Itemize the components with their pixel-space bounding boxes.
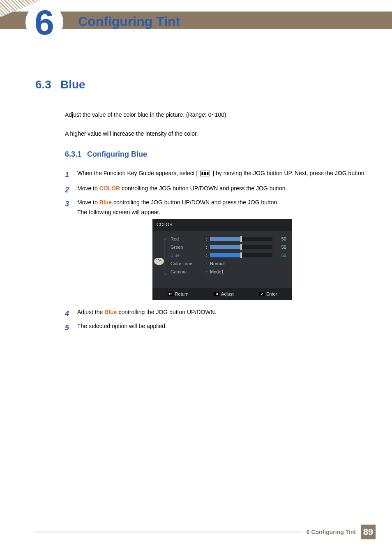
osd-slider-fill	[210, 245, 241, 249]
osd-row-text: Normal	[210, 260, 224, 268]
osd-row: Blue:50	[171, 251, 286, 259]
osd-rows: Red:50Green:50Blue:50Color Tone:NormalGa…	[171, 235, 286, 280]
osd-slider-fill	[210, 237, 241, 241]
step-2-keyword: COLOR	[99, 185, 120, 192]
step-4-text-a: Adjust the	[77, 309, 104, 315]
menu-icon	[200, 170, 210, 180]
chapter-number-badge: 6	[25, 3, 63, 41]
return-icon	[168, 292, 173, 296]
osd-row-value: 50	[276, 235, 286, 243]
step-2: Move to COLOR controlling the JOG button…	[65, 184, 367, 194]
section-number: 6.3	[35, 78, 51, 91]
footer-rule	[35, 532, 302, 532]
svg-marker-7	[216, 294, 217, 296]
palette-icon	[154, 258, 164, 265]
osd-slider	[210, 253, 272, 257]
step-2-text-b: controlling the JOG button UP/DOWN and p…	[120, 185, 287, 192]
step-5-text: The selected option will be applied.	[77, 323, 167, 329]
svg-marker-6	[216, 292, 217, 294]
osd-row: Gamma:Mode1	[171, 268, 286, 276]
osd-row-value: 50	[276, 252, 286, 259]
osd-row: Green:50	[171, 243, 286, 251]
osd-row-colon: :	[206, 260, 210, 268]
page-footer: 6 Configuring Tint 89	[35, 525, 376, 539]
step-3-text-a: Move to	[77, 199, 99, 206]
step-1-text-b: by moving the JOG button UP. Next, press…	[216, 170, 366, 176]
step-4-text-b: controlling the JOG button UP/DOWN.	[117, 309, 217, 315]
osd-slider	[210, 245, 272, 249]
osd-row-colon: :	[206, 243, 210, 251]
page-number: 89	[361, 525, 376, 539]
osd-slider-thumb	[240, 252, 242, 258]
osd-row-label: Gamma	[171, 268, 206, 276]
enter-icon	[259, 292, 265, 296]
chapter-title: Configuring Tint	[78, 14, 180, 29]
osd-row-colon: :	[206, 268, 210, 276]
osd-row: Red:50	[171, 235, 286, 243]
subsection-heading: 6.3.1 Configuring Blue	[65, 150, 367, 159]
osd-icon-column	[157, 235, 168, 280]
intro-paragraph-1: Adjust the value of the color blue in th…	[65, 111, 367, 119]
osd-slider-thumb	[240, 244, 242, 250]
step-3-text-b: controlling the JOG button UP/DOWN and p…	[112, 199, 279, 206]
osd-return: Return	[168, 290, 189, 298]
step-4-keyword: Blue	[104, 309, 117, 315]
menu-icon-bracket: [	[196, 170, 198, 176]
osd-row-label: Blue	[171, 252, 206, 259]
osd-body: Red:50Green:50Blue:50Color Tone:NormalGa…	[152, 231, 292, 288]
osd-row: Color Tone:Normal	[171, 259, 286, 268]
footer-label: 6 Configuring Tint	[307, 529, 356, 535]
osd-enter-label: Enter	[266, 290, 277, 298]
step-2-text-a: Move to	[77, 185, 99, 192]
osd-row-colon: :	[206, 252, 210, 259]
osd-enter: Enter	[259, 290, 277, 298]
osd-row-colon: :	[206, 235, 210, 243]
step-4: Adjust the Blue controlling the JOG butt…	[65, 308, 367, 317]
section-body: Adjust the value of the color blue in th…	[65, 111, 367, 331]
page-content: 6.3 Blue Adjust the value of the color b…	[35, 78, 367, 335]
svg-rect-5	[170, 294, 172, 294]
svg-rect-1	[202, 172, 203, 175]
step-5: The selected option will be applied.	[65, 321, 367, 331]
step-3-text-c: The following screen will appear.	[77, 209, 160, 215]
subsection-title: Configuring Blue	[87, 150, 147, 159]
step-1-text-a: When the Function Key Guide appears, sel…	[77, 170, 196, 176]
svg-marker-4	[168, 293, 170, 295]
svg-rect-8	[217, 293, 218, 295]
osd-row-label: Green	[171, 243, 206, 251]
step-1: When the Function Key Guide appears, sel…	[65, 169, 367, 180]
intro-paragraph-2: A higher value will increase the intensi…	[65, 130, 367, 138]
osd-slider	[210, 237, 272, 241]
subsection-number: 6.3.1	[65, 150, 81, 159]
chapter-number: 6	[35, 5, 54, 40]
step-3: Move to Blue controlling the JOG button …	[65, 198, 367, 300]
section-heading: 6.3 Blue	[35, 78, 367, 91]
osd-row-label: Color Tone	[171, 260, 206, 268]
osd-return-label: Return	[175, 290, 189, 298]
svg-rect-2	[204, 172, 206, 175]
osd-title: COLOR	[152, 219, 292, 231]
step-3-keyword: Blue	[99, 199, 112, 206]
osd-footer: Return Adjust Enter	[152, 288, 292, 300]
section-title: Blue	[60, 78, 85, 91]
osd-adjust: Adjust	[214, 290, 234, 298]
osd-row-value: 50	[276, 243, 286, 251]
osd-adjust-label: Adjust	[221, 290, 234, 298]
osd-row-text: Mode1	[210, 268, 224, 276]
osd-screenshot: COLOR Red:50Green:50Blue:50Color Tone:No…	[152, 219, 292, 300]
menu-icon-bracket-close: ]	[212, 170, 214, 176]
steps-list: When the Function Key Guide appears, sel…	[65, 169, 367, 331]
svg-rect-3	[207, 172, 209, 175]
osd-bracket	[164, 238, 167, 275]
osd-slider-thumb	[240, 236, 242, 242]
osd-slider-fill	[210, 253, 241, 257]
adjust-icon	[214, 292, 219, 296]
osd-row-label: Red	[171, 235, 206, 243]
